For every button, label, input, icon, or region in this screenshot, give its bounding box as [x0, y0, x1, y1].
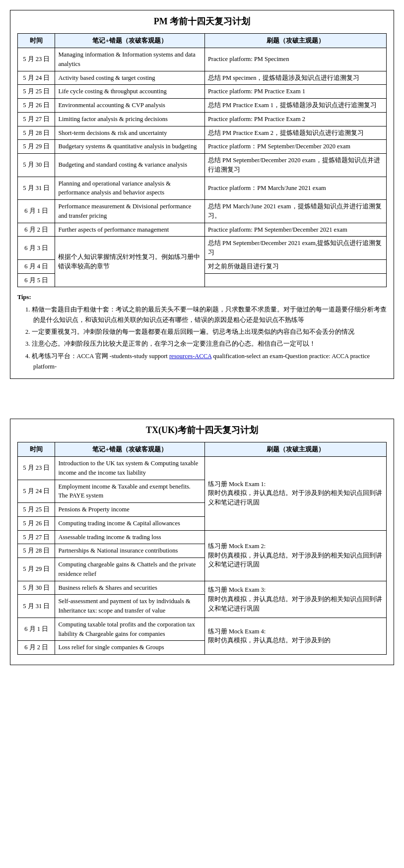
- pm-notes-cell: Managing information & Information syste…: [55, 48, 205, 71]
- tips-title: Tips:: [17, 292, 387, 303]
- tx-notes-cell: Introduction to the UK tax system & Comp…: [55, 457, 205, 480]
- tx-table-row: 6 月 1 日Computing taxable total profits a…: [18, 618, 387, 641]
- tx-drill-cell: 练习册 Mock Exam 2: 限时仿真模拟，并认真总结。对于涉及到的相关知识…: [204, 530, 386, 581]
- pm-date-cell: 6 月 2 日: [18, 223, 55, 237]
- tx-date-cell: 5 月 25 日: [18, 503, 55, 517]
- pm-table-row: 5 月 31 日Planning and operational varianc…: [18, 177, 387, 200]
- pm-drill-cell: Practice platform: PM Specimen: [204, 48, 386, 71]
- pm-table-row: 6 月 3 日根据个人知识掌握情况针对性复习。例如练习册中错误率较高的章节总结 …: [18, 237, 387, 260]
- pm-drill-cell: Practice platform：PM March/June 2021 exa…: [204, 177, 386, 200]
- tx-notes-cell: Pensions & Property income: [55, 503, 205, 517]
- tx-notes-cell: Computing trading income & Capital allow…: [55, 516, 205, 530]
- tx-notes-cell: Computing taxable total profits and the …: [55, 618, 205, 641]
- pm-notes-cell: Limiting factor analysis & pricing decis…: [55, 112, 205, 126]
- tx-date-cell: 5 月 26 日: [18, 516, 55, 530]
- tips-section: Tips: 1. 精做一套题目由于粗做十套：考试之前的最后关头不要一味的刷题，只…: [17, 292, 387, 372]
- pm-drill-cell: Practice platform: PM Practice Exam 1: [204, 85, 386, 99]
- pm-date-cell: 5 月 26 日: [18, 99, 55, 113]
- pm-table-row: 5 月 27 日Limiting factor analysis & prici…: [18, 112, 387, 126]
- pm-notes-cell: 根据个人知识掌握情况针对性复习。例如练习册中错误率较高的章节: [55, 237, 205, 287]
- pm-table-row: 6 月 1 日Performance measurement & Divisio…: [18, 200, 387, 223]
- acca-link[interactable]: resources-ACCA: [169, 353, 211, 360]
- tx-drill-cell: 练习册 Mock Exam 1: 限时仿真模拟，并认真总结。对于涉及到的相关知识…: [204, 457, 386, 531]
- tx-notes-cell: Employment income & Taxable and exempt b…: [55, 480, 205, 503]
- col-drill-header: 刷题（攻破主观题）: [204, 34, 386, 48]
- pm-date-cell: 5 月 27 日: [18, 112, 55, 126]
- tx-notes-cell: Partnerships & National insurance contri…: [55, 544, 205, 558]
- pm-notes-cell: Further aspects of performance managemen…: [55, 223, 205, 237]
- pm-date-cell: 6 月 4 日: [18, 259, 55, 273]
- tx-notes-cell: Self-assessment and payment of tax by in…: [55, 595, 205, 618]
- tips-item: 1. 精做一套题目由于粗做十套：考试之前的最后关头不要一味的刷题，只求数量不求质…: [25, 305, 387, 326]
- tx-date-cell: 5 月 23 日: [18, 457, 55, 480]
- pm-table-row: 5 月 28 日Short-term decisions & risk and …: [18, 126, 387, 140]
- tx-date-cell: 5 月 28 日: [18, 544, 55, 558]
- tx-title: TX(UK)考前十四天复习计划: [17, 424, 387, 436]
- pm-table-row: 5 月 24 日Activity based costing & target …: [18, 71, 387, 85]
- pm-drill-cell: Practice platform: PM September/December…: [204, 223, 386, 237]
- pm-notes-cell: Planning and operational variance analys…: [55, 177, 205, 200]
- pm-notes-cell: Life cycle costing & throughput accounti…: [55, 85, 205, 99]
- tx-table-row: 5 月 23 日Introduction to the UK tax syste…: [18, 457, 387, 480]
- pm-drill-cell: 总结 PM Practice Exam 2，提炼错题知识点进行追溯复习: [204, 126, 386, 140]
- pm-date-cell: 6 月 3 日: [18, 237, 55, 260]
- pm-date-cell: 5 月 29 日: [18, 140, 55, 154]
- pm-title: PM 考前十四天复习计划: [17, 15, 387, 27]
- pm-date-cell: 5 月 31 日: [18, 177, 55, 200]
- tips-item: 4. 机考练习平台：ACCA 官网 -students-study suppor…: [25, 351, 387, 372]
- pm-date-cell: 5 月 30 日: [18, 154, 55, 177]
- col-time-header: 时间: [18, 34, 55, 48]
- tips-item: 3. 注意心态。冲刺阶段压力比较大是正常的，在学习之余一定要注意自己的心态。相信…: [25, 339, 387, 349]
- pm-table-row: 5 月 29 日Budgetary systems & quantitative…: [18, 140, 387, 154]
- pm-date-cell: 5 月 23 日: [18, 48, 55, 71]
- pm-date-cell: 5 月 24 日: [18, 71, 55, 85]
- pm-table-row: 5 月 30 日Budgeting and standard costing &…: [18, 154, 387, 177]
- pm-drill-cell: 总结 PM September/December 2021 exam,提炼知识点…: [204, 237, 386, 260]
- pm-notes-cell: Performance measurement & Divisional per…: [55, 200, 205, 223]
- tx-notes-cell: Business reliefs & Shares and securities: [55, 581, 205, 595]
- pm-drill-cell: Practice platform: PM Practice Exam 2: [204, 112, 386, 126]
- tx-table: 时间 笔记+错题（攻破客观题） 刷题（攻破主观题） 5 月 23 日Introd…: [17, 442, 387, 655]
- pm-table-row: 6 月 2 日Further aspects of performance ma…: [18, 223, 387, 237]
- tx-table-row: 5 月 27 日Assessable trading income & trad…: [18, 530, 387, 544]
- pm-notes-cell: Budgeting and standard costing & varianc…: [55, 154, 205, 177]
- pm-notes-cell: Budgetary systems & quantitative analysi…: [55, 140, 205, 154]
- tx-date-cell: 5 月 24 日: [18, 480, 55, 503]
- col-time-header-tx: 时间: [18, 442, 55, 457]
- col-drill-header-tx: 刷题（攻破主观题）: [204, 442, 386, 457]
- col-notes-header-tx: 笔记+错题（攻破客观题）: [55, 442, 205, 457]
- tx-drill-cell: 练习册 Mock Exam 3: 限时仿真模拟，并认真总结。对于涉及到的相关知识…: [204, 581, 386, 618]
- pm-drill-cell: Practice platform：PM September/December …: [204, 140, 386, 154]
- tips-item: 2. 一定要重视复习。冲刺阶段做的每一套题都要在最后回顾一遍。切忌考场上出现类似…: [25, 327, 387, 337]
- tx-table-row: 5 月 30 日Business reliefs & Shares and se…: [18, 581, 387, 595]
- tx-date-cell: 6 月 2 日: [18, 641, 55, 655]
- tx-notes-cell: Loss relief for single companies & Group…: [55, 641, 205, 655]
- tx-notes-cell: Assessable trading income & trading loss: [55, 530, 205, 544]
- pm-drill-cell: [204, 273, 386, 287]
- pm-date-cell: 5 月 28 日: [18, 126, 55, 140]
- pm-table-row: 5 月 25 日Life cycle costing & throughput …: [18, 85, 387, 99]
- pm-drill-cell: 总结 PM September/December 2020 exam，提炼错题知…: [204, 154, 386, 177]
- pm-drill-cell: 对之前所做题目进行复习: [204, 259, 386, 273]
- pm-notes-cell: Activity based costing & target costing: [55, 71, 205, 85]
- tx-date-cell: 5 月 30 日: [18, 581, 55, 595]
- tx-notes-cell: Computing chargeable gains & Chattels an…: [55, 558, 205, 581]
- tx-date-cell: 5 月 29 日: [18, 558, 55, 581]
- tx-drill-cell: 练习册 Mock Exam 4: 限时仿真模拟，并认真总结。对于涉及到的: [204, 618, 386, 654]
- col-notes-header: 笔记+错题（攻破客观题）: [55, 34, 205, 48]
- pm-date-cell: 5 月 25 日: [18, 85, 55, 99]
- pm-table-row: 5 月 23 日Managing information & Informati…: [18, 48, 387, 71]
- tx-date-cell: 6 月 1 日: [18, 618, 55, 641]
- tx-date-cell: 5 月 27 日: [18, 530, 55, 544]
- pm-table: 时间 笔记+错题（攻破客观题） 刷题（攻破主观题） 5 月 23 日Managi…: [17, 33, 387, 287]
- pm-drill-cell: 总结 PM Practice Exam 1，提炼错题涉及知识点进行追溯复习: [204, 99, 386, 113]
- pm-table-row: 5 月 26 日Environmental accounting & CVP a…: [18, 99, 387, 113]
- pm-date-cell: 6 月 1 日: [18, 200, 55, 223]
- pm-drill-cell: 总结 PM specimen，提炼错题涉及知识点进行追溯复习: [204, 71, 386, 85]
- pm-drill-cell: 总结 PM March/June 2021 exam，提炼错题知识点并进行追溯复…: [204, 200, 386, 223]
- pm-notes-cell: Short-term decisions & risk and uncertai…: [55, 126, 205, 140]
- tx-date-cell: 5 月 31 日: [18, 595, 55, 618]
- pm-notes-cell: Environmental accounting & CVP analysis: [55, 99, 205, 113]
- pm-date-cell: 6 月 5 日: [18, 273, 55, 287]
